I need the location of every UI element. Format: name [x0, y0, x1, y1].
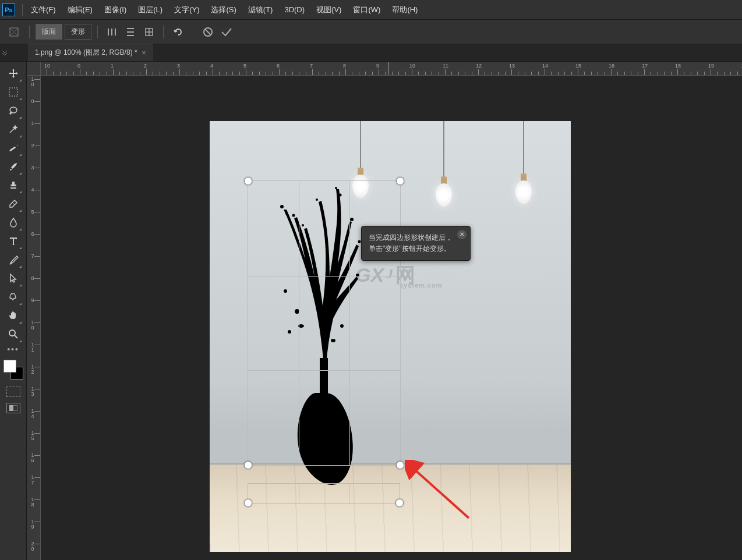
divider	[29, 26, 30, 38]
app-logo: Ps	[2, 3, 15, 16]
cancel-transform-icon[interactable]	[200, 24, 216, 40]
menubar: Ps 文件(F) 编辑(E) 图像(I) 图层(L) 文字(Y) 选择(S) 滤…	[0, 0, 742, 20]
warp-mode-button[interactable]: 变形	[65, 24, 91, 40]
screen-mode-toggle[interactable]	[6, 403, 20, 413]
annotation-arrow	[405, 460, 480, 530]
type-tool[interactable]	[4, 232, 23, 250]
wm-sub: system.com	[400, 282, 443, 289]
options-bar: 版面 变形	[0, 20, 742, 44]
tool-preset-icon[interactable]	[5, 24, 23, 40]
eyedropper-tool[interactable]	[4, 139, 23, 157]
svg-point-3	[9, 330, 15, 336]
eraser-tool[interactable]	[4, 194, 23, 213]
document-tab[interactable]: 1.png @ 100% (图层 2, RGB/8) * ×	[28, 44, 153, 61]
marquee-tool[interactable]	[4, 83, 23, 101]
ruler-vertical[interactable]: 1001234567891011121314151617181920212223…	[27, 76, 41, 560]
split-vertical-icon[interactable]	[104, 24, 120, 40]
ruler-origin[interactable]	[27, 62, 41, 76]
path-selection-tool[interactable]	[4, 269, 23, 288]
menu-view[interactable]: 视图(V)	[310, 0, 347, 20]
tooltip-line2: 单击"变形"按钮开始变形。	[369, 243, 453, 254]
lasso-tool[interactable]	[4, 101, 23, 120]
menu-filter[interactable]: 滤镜(T)	[242, 0, 279, 20]
document-tab-title: 1.png @ 100% (图层 2, RGB/8) *	[35, 48, 137, 58]
svg-rect-2	[9, 88, 17, 96]
zoom-tool[interactable]	[4, 325, 23, 343]
transform-handle-tl[interactable]	[244, 177, 252, 185]
brush-tool[interactable]	[4, 157, 23, 176]
menu-edit[interactable]: 编辑(E)	[62, 0, 98, 20]
divider	[97, 26, 98, 38]
menu-window[interactable]: 窗口(W)	[347, 0, 386, 20]
menu-file[interactable]: 文件(F)	[25, 0, 62, 20]
menu-image[interactable]: 图像(I)	[98, 0, 132, 20]
transform-handle-tr[interactable]	[396, 177, 404, 185]
split-grid-icon[interactable]	[141, 24, 157, 40]
menu-3d[interactable]: 3D(D)	[278, 0, 310, 20]
ruler-horizontal[interactable]: 1001234567891011121314151617181920212223…	[41, 62, 742, 76]
commit-transform-icon[interactable]	[218, 24, 235, 40]
layout-mode-button[interactable]: 版面	[36, 24, 62, 40]
divider	[22, 4, 23, 16]
menu-select[interactable]: 选择(S)	[205, 0, 242, 20]
split-horizontal-icon[interactable]	[122, 24, 139, 40]
transform-handle-bl[interactable]	[244, 461, 252, 469]
canvas-container: 1001234567891011121314151617181920212223…	[27, 62, 742, 560]
canvas-viewport[interactable]: GX J 网 system.com	[41, 76, 742, 560]
menu-layer[interactable]: 图层(L)	[132, 0, 168, 20]
move-tool[interactable]	[4, 64, 23, 83]
toolbox: •••	[0, 62, 27, 560]
transform-handle-bl2[interactable]	[244, 499, 252, 507]
quickmask-toggle[interactable]	[6, 387, 20, 397]
color-swatches[interactable]	[3, 360, 23, 380]
tooltip-line1: 当完成四边形形状创建后，	[369, 232, 453, 243]
pendant-lamp	[436, 121, 452, 207]
workspace: ••• 100123456789101112131415161718192021…	[0, 62, 742, 560]
blur-tool[interactable]	[4, 213, 23, 232]
close-icon[interactable]: ✕	[457, 230, 467, 239]
undo-icon[interactable]	[169, 24, 186, 40]
transform-bounding-box-lower[interactable]	[248, 483, 400, 504]
menu-help[interactable]: 帮助(H)	[386, 0, 423, 20]
transform-handle-br[interactable]	[396, 461, 404, 469]
svg-line-25	[414, 469, 469, 518]
close-tab-icon[interactable]: ×	[142, 49, 146, 57]
edit-toolbar-icon[interactable]: •••	[4, 343, 23, 355]
magic-wand-tool[interactable]	[4, 120, 23, 139]
pen-tool[interactable]	[4, 250, 23, 269]
divider	[163, 26, 164, 38]
hand-tool[interactable]	[4, 306, 23, 325]
panel-collapse-icon[interactable]	[0, 44, 9, 62]
menu-type[interactable]: 文字(Y)	[168, 0, 205, 20]
document-tabbar: 1.png @ 100% (图层 2, RGB/8) * ×	[0, 44, 742, 62]
transform-handle-br2[interactable]	[395, 499, 404, 507]
shape-tool[interactable]	[4, 288, 23, 306]
foreground-color[interactable]	[3, 360, 16, 373]
transform-bounding-box[interactable]	[248, 180, 401, 466]
pendant-lamp	[515, 121, 532, 204]
hint-tooltip: ✕ 当完成四边形形状创建后， 单击"变形"按钮开始变形。	[361, 226, 471, 261]
stamp-tool[interactable]	[4, 176, 23, 194]
svg-rect-5	[9, 405, 13, 411]
